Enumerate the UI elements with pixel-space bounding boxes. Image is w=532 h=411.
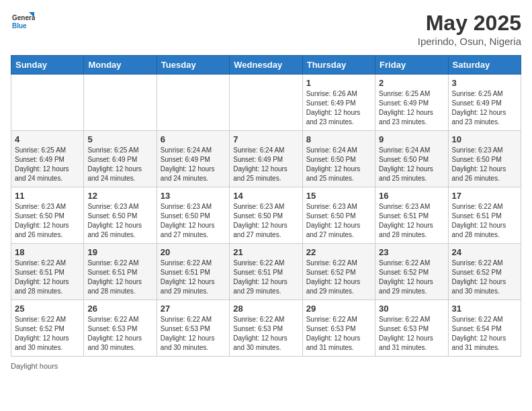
svg-text:Blue: Blue	[12, 22, 27, 30]
day-cell: 25Sunrise: 6:22 AM Sunset: 6:52 PM Dayli…	[11, 300, 84, 357]
calendar-table: SundayMondayTuesdayWednesdayThursdayFrid…	[11, 55, 521, 357]
day-info: Sunrise: 6:22 AM Sunset: 6:54 PM Dayligh…	[452, 315, 517, 353]
day-info: Sunrise: 6:22 AM Sunset: 6:53 PM Dayligh…	[87, 315, 152, 353]
day-cell: 16Sunrise: 6:23 AM Sunset: 6:51 PM Dayli…	[375, 187, 448, 244]
day-cell	[157, 75, 229, 131]
day-info: Sunrise: 6:22 AM Sunset: 6:53 PM Dayligh…	[233, 315, 298, 353]
day-cell: 28Sunrise: 6:22 AM Sunset: 6:53 PM Dayli…	[230, 300, 302, 357]
header-cell-monday: Monday	[84, 56, 157, 75]
day-cell: 19Sunrise: 6:22 AM Sunset: 6:51 PM Dayli…	[84, 244, 157, 300]
day-info: Sunrise: 6:26 AM Sunset: 6:49 PM Dayligh…	[306, 89, 371, 127]
day-info: Sunrise: 6:24 AM Sunset: 6:50 PM Dayligh…	[306, 146, 371, 183]
day-cell	[230, 75, 302, 131]
day-cell: 11Sunrise: 6:23 AM Sunset: 6:50 PM Dayli…	[11, 187, 84, 244]
day-cell: 8Sunrise: 6:24 AM Sunset: 6:50 PM Daylig…	[302, 131, 375, 187]
day-cell: 29Sunrise: 6:22 AM Sunset: 6:53 PM Dayli…	[302, 300, 375, 357]
header-cell-thursday: Thursday	[302, 56, 375, 75]
footer-note: Daylight hours	[11, 362, 521, 370]
logo: General Blue	[11, 11, 35, 35]
day-cell: 5Sunrise: 6:25 AM Sunset: 6:49 PM Daylig…	[84, 131, 157, 187]
day-number: 20	[161, 247, 226, 257]
day-number: 28	[233, 304, 298, 314]
location-title: Iperindo, Osun, Nigeria	[418, 36, 521, 47]
day-info: Sunrise: 6:22 AM Sunset: 6:51 PM Dayligh…	[233, 259, 298, 296]
day-number: 25	[15, 304, 80, 314]
day-info: Sunrise: 6:22 AM Sunset: 6:51 PM Dayligh…	[87, 259, 152, 296]
day-cell: 6Sunrise: 6:24 AM Sunset: 6:49 PM Daylig…	[157, 131, 229, 187]
day-cell: 1Sunrise: 6:26 AM Sunset: 6:49 PM Daylig…	[302, 75, 375, 131]
day-info: Sunrise: 6:22 AM Sunset: 6:53 PM Dayligh…	[306, 315, 371, 353]
day-number: 12	[87, 191, 152, 201]
day-cell: 26Sunrise: 6:22 AM Sunset: 6:53 PM Dayli…	[84, 300, 157, 357]
header-cell-saturday: Saturday	[448, 56, 521, 75]
day-number: 4	[15, 134, 80, 144]
header-cell-friday: Friday	[375, 56, 448, 75]
day-info: Sunrise: 6:23 AM Sunset: 6:51 PM Dayligh…	[379, 202, 444, 240]
day-info: Sunrise: 6:25 AM Sunset: 6:49 PM Dayligh…	[452, 89, 517, 127]
day-cell: 24Sunrise: 6:22 AM Sunset: 6:52 PM Dayli…	[448, 244, 521, 300]
day-info: Sunrise: 6:22 AM Sunset: 6:51 PM Dayligh…	[452, 202, 517, 240]
header-cell-sunday: Sunday	[11, 56, 84, 75]
day-info: Sunrise: 6:22 AM Sunset: 6:52 PM Dayligh…	[379, 259, 444, 296]
day-number: 24	[452, 247, 517, 257]
day-number: 16	[379, 191, 444, 201]
day-info: Sunrise: 6:22 AM Sunset: 6:53 PM Dayligh…	[379, 315, 444, 353]
day-cell: 4Sunrise: 6:25 AM Sunset: 6:49 PM Daylig…	[11, 131, 84, 187]
day-number: 9	[379, 134, 444, 144]
day-number: 21	[233, 247, 298, 257]
day-number: 10	[452, 134, 517, 144]
day-info: Sunrise: 6:22 AM Sunset: 6:52 PM Dayligh…	[452, 259, 517, 296]
day-cell	[84, 75, 157, 131]
day-number: 14	[233, 191, 298, 201]
day-info: Sunrise: 6:23 AM Sunset: 6:50 PM Dayligh…	[452, 146, 517, 183]
day-number: 13	[161, 191, 226, 201]
month-title: May 2025	[418, 11, 521, 36]
day-cell: 22Sunrise: 6:22 AM Sunset: 6:52 PM Dayli…	[302, 244, 375, 300]
header-cell-wednesday: Wednesday	[230, 56, 302, 75]
day-cell: 23Sunrise: 6:22 AM Sunset: 6:52 PM Dayli…	[375, 244, 448, 300]
day-info: Sunrise: 6:22 AM Sunset: 6:52 PM Dayligh…	[15, 315, 80, 353]
day-cell: 2Sunrise: 6:25 AM Sunset: 6:49 PM Daylig…	[375, 75, 448, 131]
header-cell-tuesday: Tuesday	[157, 56, 229, 75]
day-number: 29	[306, 304, 371, 314]
title-area: May 2025 Iperindo, Osun, Nigeria	[418, 11, 521, 47]
header: General Blue May 2025 Iperindo, Osun, Ni…	[11, 11, 521, 47]
day-cell: 27Sunrise: 6:22 AM Sunset: 6:53 PM Dayli…	[157, 300, 229, 357]
day-number: 19	[87, 247, 152, 257]
day-info: Sunrise: 6:25 AM Sunset: 6:49 PM Dayligh…	[15, 146, 80, 183]
day-number: 5	[87, 134, 152, 144]
week-row-2: 11Sunrise: 6:23 AM Sunset: 6:50 PM Dayli…	[11, 187, 521, 244]
day-cell: 13Sunrise: 6:23 AM Sunset: 6:50 PM Dayli…	[157, 187, 229, 244]
day-number: 3	[452, 78, 517, 88]
logo-svg: General Blue	[11, 11, 35, 35]
day-info: Sunrise: 6:22 AM Sunset: 6:52 PM Dayligh…	[306, 259, 371, 296]
day-number: 6	[161, 134, 226, 144]
day-number: 22	[306, 247, 371, 257]
day-number: 26	[87, 304, 152, 314]
day-number: 31	[452, 304, 517, 314]
day-number: 18	[15, 247, 80, 257]
day-number: 8	[306, 134, 371, 144]
day-number: 17	[452, 191, 517, 201]
day-cell: 14Sunrise: 6:23 AM Sunset: 6:50 PM Dayli…	[230, 187, 302, 244]
day-info: Sunrise: 6:22 AM Sunset: 6:53 PM Dayligh…	[161, 315, 226, 353]
day-number: 23	[379, 247, 444, 257]
svg-text:General: General	[12, 14, 35, 21]
day-info: Sunrise: 6:25 AM Sunset: 6:49 PM Dayligh…	[379, 89, 444, 127]
day-cell: 17Sunrise: 6:22 AM Sunset: 6:51 PM Dayli…	[448, 187, 521, 244]
day-info: Sunrise: 6:23 AM Sunset: 6:50 PM Dayligh…	[233, 202, 298, 240]
day-cell: 12Sunrise: 6:23 AM Sunset: 6:50 PM Dayli…	[84, 187, 157, 244]
week-row-0: 1Sunrise: 6:26 AM Sunset: 6:49 PM Daylig…	[11, 75, 521, 131]
day-info: Sunrise: 6:23 AM Sunset: 6:50 PM Dayligh…	[87, 202, 152, 240]
day-cell: 9Sunrise: 6:24 AM Sunset: 6:50 PM Daylig…	[375, 131, 448, 187]
day-cell: 20Sunrise: 6:22 AM Sunset: 6:51 PM Dayli…	[157, 244, 229, 300]
day-info: Sunrise: 6:22 AM Sunset: 6:51 PM Dayligh…	[161, 259, 226, 296]
day-number: 27	[161, 304, 226, 314]
day-number: 2	[379, 78, 444, 88]
day-cell: 15Sunrise: 6:23 AM Sunset: 6:50 PM Dayli…	[302, 187, 375, 244]
day-cell: 7Sunrise: 6:24 AM Sunset: 6:49 PM Daylig…	[230, 131, 302, 187]
day-cell: 30Sunrise: 6:22 AM Sunset: 6:53 PM Dayli…	[375, 300, 448, 357]
day-number: 15	[306, 191, 371, 201]
day-info: Sunrise: 6:25 AM Sunset: 6:49 PM Dayligh…	[87, 146, 152, 183]
day-cell: 31Sunrise: 6:22 AM Sunset: 6:54 PM Dayli…	[448, 300, 521, 357]
